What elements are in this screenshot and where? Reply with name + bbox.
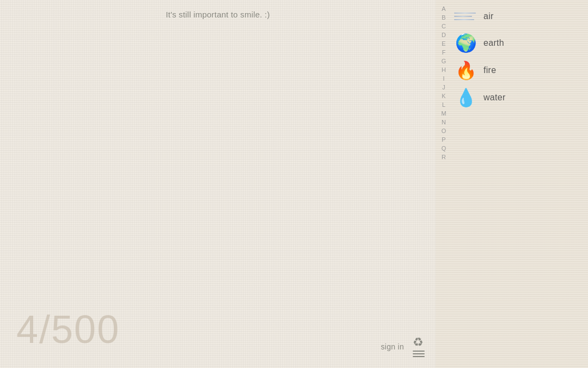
alpha-letter-p[interactable]: P: [436, 135, 452, 144]
sign-in-button[interactable]: sign in: [381, 342, 404, 351]
element-item-water[interactable]: 💧water: [452, 84, 588, 111]
alpha-letter-m[interactable]: M: [436, 109, 452, 118]
alpha-letter-g[interactable]: G: [436, 57, 452, 65]
air-icon: [454, 8, 478, 25]
alpha-letter-c[interactable]: C: [436, 22, 452, 31]
element-item-air[interactable]: air: [452, 3, 588, 29]
alpha-letter-a[interactable]: A: [436, 4, 452, 13]
quote-text: It's still important to smile. :): [0, 10, 436, 19]
icon-group: ♻: [413, 336, 425, 357]
water-icon: 💧: [454, 87, 478, 108]
hamburger-line-3: [413, 356, 425, 357]
hamburger-menu-icon[interactable]: [413, 351, 425, 357]
fire-name: fire: [483, 65, 496, 75]
air-name: air: [483, 11, 494, 21]
elements-list: air🌍earth🔥fire💧water: [452, 0, 588, 368]
alpha-letter-i[interactable]: I: [436, 74, 452, 83]
quote-content: It's still important to smile. :): [166, 10, 270, 19]
hamburger-line-1: [413, 351, 425, 352]
alphabet-nav: ABCDEFGHIJKLMNOPQR: [436, 0, 452, 368]
alpha-letter-e[interactable]: E: [436, 39, 452, 48]
counter-value: 4/500: [16, 307, 120, 351]
alpha-letter-o[interactable]: O: [436, 126, 452, 135]
alpha-letter-l[interactable]: L: [436, 100, 452, 109]
alpha-letter-d[interactable]: D: [436, 31, 452, 39]
recycle-icon[interactable]: ♻: [413, 336, 425, 348]
earth-icon: 🌍: [454, 33, 478, 53]
sign-in-label: sign in: [381, 342, 404, 351]
alpha-letter-n[interactable]: N: [436, 118, 452, 126]
water-name: water: [483, 93, 506, 102]
element-item-fire[interactable]: 🔥fire: [452, 57, 588, 84]
alpha-letter-h[interactable]: H: [436, 65, 452, 74]
bottom-controls: sign in ♻: [381, 336, 425, 357]
right-sidebar: ABCDEFGHIJKLMNOPQR air🌍earth🔥fire💧water: [436, 0, 588, 368]
earth-name: earth: [483, 38, 504, 48]
element-item-earth[interactable]: 🌍earth: [452, 29, 588, 57]
main-area: It's still important to smile. :) 4/500 …: [0, 0, 436, 368]
alpha-letter-k[interactable]: K: [436, 92, 452, 100]
counter-display: 4/500: [16, 307, 120, 352]
hamburger-line-2: [413, 353, 425, 354]
alpha-letter-q[interactable]: Q: [436, 144, 452, 153]
alpha-letter-f[interactable]: F: [436, 48, 452, 57]
fire-icon: 🔥: [454, 60, 478, 81]
alpha-letter-r[interactable]: R: [436, 153, 452, 161]
alpha-letter-j[interactable]: J: [436, 83, 452, 92]
alpha-letter-b[interactable]: B: [436, 13, 452, 22]
